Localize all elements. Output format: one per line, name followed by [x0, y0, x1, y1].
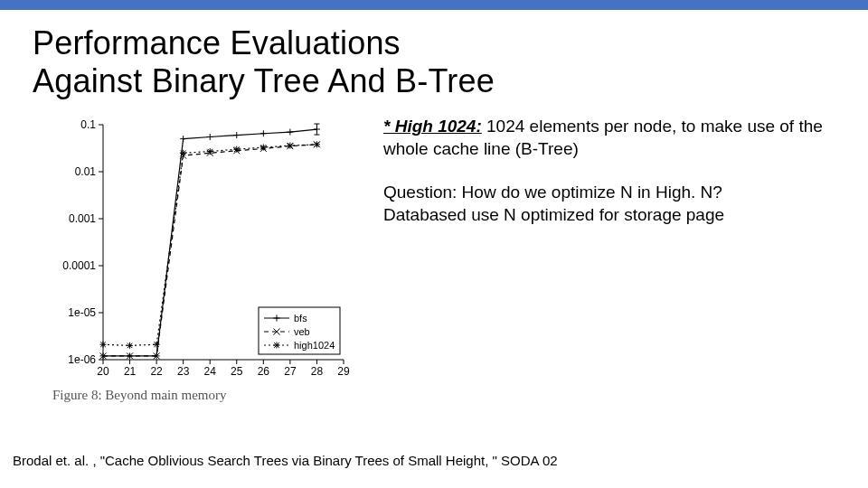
svg-text:1e-06: 1e-06: [68, 353, 96, 366]
chart-column: 1e-061e-050.00010.0010.010.1202122232425…: [47, 114, 356, 403]
svg-text:bfs: bfs: [294, 313, 307, 324]
svg-text:0.0001: 0.0001: [62, 259, 96, 272]
svg-text:0.01: 0.01: [75, 165, 97, 178]
svg-text:0.1: 0.1: [80, 118, 96, 131]
chart: 1e-061e-050.00010.0010.010.1202122232425…: [47, 114, 353, 381]
note-question: Question: How do we optimize N in High. …: [383, 182, 835, 226]
svg-text:28: 28: [311, 365, 324, 378]
svg-text:high1024: high1024: [294, 340, 335, 351]
svg-text:24: 24: [204, 365, 217, 378]
svg-text:veb: veb: [294, 326, 310, 337]
svg-text:29: 29: [337, 365, 350, 378]
svg-text:27: 27: [284, 365, 297, 378]
note-high1024: * High 1024: 1024 elements per node, to …: [383, 116, 835, 160]
svg-text:23: 23: [177, 365, 190, 378]
svg-text:25: 25: [231, 365, 243, 378]
note-question-line1: Question: How do we optimize N in High. …: [383, 183, 722, 202]
svg-text:26: 26: [258, 365, 270, 378]
svg-text:22: 22: [150, 365, 163, 378]
figure-caption: Figure 8: Beyond main memory: [52, 388, 356, 403]
content-row: 1e-061e-050.00010.0010.010.1202122232425…: [0, 114, 868, 403]
note-question-line2: Databased use N optimized for storage pa…: [383, 205, 724, 224]
svg-text:1e-05: 1e-05: [68, 306, 96, 319]
note-high1024-label: * High 1024:: [383, 117, 482, 136]
slide-title: Performance EvaluationsAgainst Binary Tr…: [33, 24, 868, 101]
notes-column: * High 1024: 1024 elements per node, to …: [356, 114, 868, 403]
citation: Brodal et. al. , "Cache Oblivious Search…: [13, 453, 558, 468]
svg-text:0.001: 0.001: [69, 212, 96, 225]
svg-text:21: 21: [124, 365, 137, 378]
slide-accent-bar: [0, 0, 868, 10]
svg-text:20: 20: [97, 365, 109, 378]
